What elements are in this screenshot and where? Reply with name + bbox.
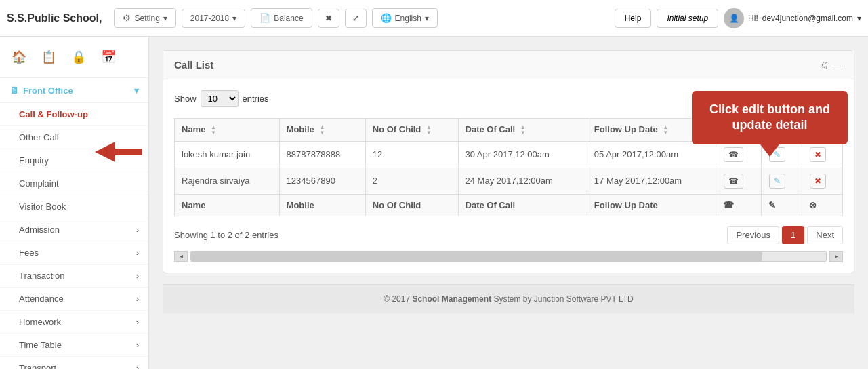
year-button[interactable]: 2017-2018 ▾ [182,9,245,28]
scroll-right-button[interactable]: ▸ [829,251,843,262]
monitor-icon: 🖥 [9,85,19,96]
cell-fud-1: 05 Apr 2017,12:00am [587,141,716,168]
delete-icon: ⊗ [809,200,817,210]
chevron-right-icon: › [136,317,139,327]
chevron-right-icon: › [136,225,139,235]
main-content: Click edit button and update detail Call… [149,37,868,369]
sidebar-item-attendance[interactable]: Attendance › [0,288,148,311]
previous-button[interactable]: Previous [727,226,779,244]
table-row: Rajendra sirvaiya 1234567890 2 24 May 20… [175,168,843,194]
sidebar-item-admission[interactable]: Admission › [0,218,148,241]
next-button[interactable]: Next [807,226,843,244]
cell-name-1: lokesh kumar jain [175,141,280,168]
chevron-down-icon: ▾ [425,14,429,23]
cell-child-2: 2 [365,168,458,194]
avatar: 👤 [724,8,744,28]
help-button[interactable]: Help [615,9,652,28]
cell-edit-2: ✎ [761,168,802,194]
main-layout: 🏠 📋 🔒 📅 🖥 Front Office ▾ Call & Follow-u… [0,37,868,369]
cell-mobile-2: 1234567890 [279,168,365,194]
card-title: Call List [174,59,213,71]
cell-name-2: Rajendra sirvaiya [175,168,280,194]
sidebar-item-timetable[interactable]: Time Table › [0,334,148,357]
sort-icons-mobile[interactable]: ▲ ▼ [319,125,325,136]
sort-icons-child[interactable]: ▲ ▼ [426,125,432,136]
pagination: Previous 1 Next [727,226,843,244]
footer-edit: ✎ [761,194,802,216]
col-date-of-call: Date Of Call ▲ ▼ [458,119,587,142]
sidebar-icon-lock[interactable]: 🔒 [65,43,92,71]
call-list-card: Call List 🖨 — Show 10 25 50 100 entrie [163,50,854,273]
footer-child: No Of Child [365,194,458,216]
footer-doc: Date Of Call [458,194,587,216]
sort-icons-doc[interactable]: ▲ ▼ [520,125,526,136]
page-footer: © 2017 School Management System by Junct… [163,284,854,313]
minimize-button[interactable]: — [833,60,843,71]
cell-delete-2: ✖ [802,168,842,194]
edit-button-2[interactable]: ✎ [769,174,785,189]
balance-icon: 📄 [260,13,270,23]
app-brand: S.S.Public School, [7,12,102,24]
sidebar-item-call-followup[interactable]: Call & Follow-up [0,103,148,126]
sidebar-item-fees[interactable]: Fees › [0,241,148,265]
table-footer-row: Name Mobile No Of Child Date Of Call Fol… [175,194,843,216]
show-label: Show [174,94,197,104]
sidebar-arrow-decoration [95,142,142,164]
balance-button[interactable]: 📄 Balance [251,8,312,28]
sidebar-item-complaint[interactable]: Complaint [0,172,148,195]
page-1-button[interactable]: 1 [782,226,804,244]
cell-call-2: ☎ [716,168,762,194]
svg-marker-0 [95,142,142,162]
print-button[interactable]: 🖨 [819,60,828,71]
chevron-down-icon: ▾ [134,85,139,96]
footer-app-name: School Management [412,294,491,304]
initial-setup-button[interactable]: Initial setup [657,9,718,28]
chevron-right-icon: › [136,271,139,281]
resize-icon: ⤢ [352,14,359,23]
col-mobile: Mobile ▲ ▼ [279,119,365,142]
col-name: Name ▲ ▼ [175,119,280,142]
sidebar-section-label: Front Office [23,85,73,96]
sidebar-icon-docs[interactable]: 📋 [35,43,62,71]
user-email: dev4junction@gmail.com [762,14,853,23]
sidebar-item-visitor-book[interactable]: Visitor Book [0,195,148,218]
delete-button-1[interactable]: ✖ [810,147,826,162]
english-button[interactable]: 🌐 English ▾ [372,8,438,28]
sidebar-item-homework[interactable]: Homework › [0,311,148,334]
phone-icon: ☎ [723,200,734,210]
fullscreen-button[interactable]: ✖ [318,9,339,28]
scrollbar-track[interactable] [190,251,827,262]
horizontal-scrollbar: ◂ ▸ [174,251,843,262]
user-greeting: Hi! [748,14,758,23]
setting-button[interactable]: ⚙ Setting ▾ [114,8,175,28]
showing-text: Showing 1 to 2 of 2 entries [174,230,278,240]
call-button-2[interactable]: ☎ [724,174,743,189]
footer-suffix: System by Junction Software PVT LTD [493,294,633,304]
delete-button-2[interactable]: ✖ [810,174,826,189]
card-header-actions: 🖨 — [819,60,843,71]
sort-icons-fud[interactable]: ▲ ▼ [663,125,668,136]
fullscreen-icon: ✖ [325,14,332,23]
resize-button[interactable]: ⤢ [345,9,367,28]
call-button-1[interactable]: ☎ [724,147,743,162]
cell-call-1: ☎ [716,141,762,168]
user-menu[interactable]: 👤 Hi! dev4junction@gmail.com ▾ [724,8,861,28]
entries-select[interactable]: 10 25 50 100 [201,90,239,107]
cell-doc-2: 24 May 2017,12:00am [458,168,587,194]
pagination-row: Showing 1 to 2 of 2 entries Previous 1 N… [174,226,843,244]
sidebar-item-transaction[interactable]: Transaction › [0,265,148,288]
sidebar-icon-calendar[interactable]: 📅 [95,43,122,71]
scroll-left-button[interactable]: ◂ [174,251,188,262]
sidebar-item-transport[interactable]: Transport › [0,357,148,369]
sidebar: 🏠 📋 🔒 📅 🖥 Front Office ▾ Call & Follow-u… [0,37,149,369]
sidebar-icon-home[interactable]: 🏠 [5,43,33,71]
footer-del: ⊗ [802,194,842,216]
sidebar-front-office[interactable]: 🖥 Front Office ▾ [0,78,148,103]
chevron-right-icon: › [136,363,139,369]
card-header: Call List 🖨 — [163,51,854,79]
footer-call: ☎ [716,194,762,216]
footer-mobile: Mobile [279,194,365,216]
chevron-down-icon: ▾ [163,14,167,23]
sort-icons-name[interactable]: ▲ ▼ [211,125,216,136]
navbar-right: Help Initial setup 👤 Hi! dev4junction@gm… [615,8,861,28]
